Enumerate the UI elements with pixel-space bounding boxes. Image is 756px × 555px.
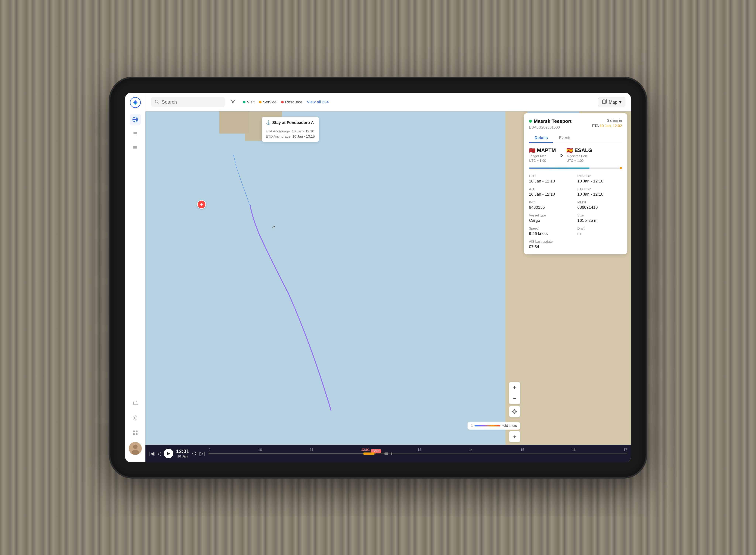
detail-size-label: Size	[577, 214, 622, 217]
detail-speed-value: 9.26 knots	[529, 231, 574, 236]
detail-mmsi: MMSI 636091410	[577, 200, 622, 210]
detail-size: Size 161 x 25 m	[577, 214, 622, 223]
tooltip-etd-label: ETD Anchorage	[266, 134, 290, 138]
route-arrow-icon: »	[560, 152, 563, 159]
tooltip-eta-label: ETA Anchorage	[266, 129, 290, 133]
map-view-button[interactable]: Map ▾	[598, 97, 625, 107]
tooltip-row-etd: ETD Anchorage 10 Jan - 13:15	[266, 134, 315, 138]
detail-rta-pbp: RTA PBP 10 Jan - 12:10	[577, 174, 622, 183]
map-settings-button[interactable]	[509, 406, 520, 417]
legend-resource: Resource	[281, 100, 302, 104]
map-expand-button[interactable]: +	[509, 431, 520, 442]
sidebar-item-layers[interactable]	[130, 128, 141, 139]
timeline-progress[interactable]: 12:01	[208, 453, 627, 454]
vessel-status-badge: Sailing in	[607, 118, 622, 123]
detail-ais-label: AIS Last update	[529, 240, 574, 244]
vessel-id: ESALG202301500	[529, 125, 572, 129]
tooltip-title-text: Stay at Fondeadero A	[272, 120, 314, 125]
timeline-event-1	[364, 453, 375, 455]
anchor-icon: ⚓	[266, 120, 271, 125]
detail-draft-label: Draft	[577, 227, 622, 230]
detail-atd: ATD 10 Jan - 12:10	[529, 187, 574, 197]
timeline-bar: |◀ ◁ ▶ 12:01 10 Jan ⏱ ▷| 9 10 11 12:	[145, 445, 631, 462]
detail-draft: Draft m	[577, 227, 622, 236]
timeline-controls: |◀ ◁ ▶ 12:01 10 Jan ⏱ ▷|	[149, 448, 205, 458]
view-all-link[interactable]: View all 234	[307, 100, 329, 104]
zoom-out-button[interactable]: −	[509, 393, 520, 404]
sidebar	[125, 93, 145, 462]
sidebar-item-settings[interactable]	[130, 413, 141, 424]
detail-mmsi-value: 636091410	[577, 205, 622, 210]
legend-service-label: Service	[263, 100, 277, 104]
filter-icon[interactable]	[230, 99, 236, 105]
map-chevron-icon: ▾	[619, 99, 621, 105]
eta-label: ETA	[592, 124, 599, 128]
map-area[interactable]: ⚓ Stay at Fondeadero A ETA Anchorage 10 …	[145, 111, 631, 445]
vessel-eta-info: ETA 10 Jan, 12:02	[592, 124, 622, 128]
step-back-icon[interactable]: ◁	[157, 451, 161, 457]
svg-rect-7	[134, 135, 137, 135]
tab-events[interactable]: Events	[553, 133, 577, 143]
legend-service: Service	[259, 100, 277, 104]
sidebar-item-list[interactable]	[130, 142, 141, 153]
hour-12: 12:01	[361, 448, 370, 452]
hour-15: 15	[520, 448, 524, 452]
detail-eta-pbp-value: 10 Jan - 12:10	[577, 192, 622, 197]
current-time: 12:01	[176, 448, 189, 455]
clock-icon[interactable]: ⏱	[192, 451, 197, 457]
detail-imo-label: IMO	[529, 200, 574, 204]
route-section: 🇲🇦 MAPTM Tanger Med UTC + 1:00 » 🇪🇸 ESAL…	[529, 147, 622, 163]
play-button[interactable]: ▶	[164, 449, 173, 458]
search-container[interactable]	[151, 97, 225, 107]
hour-9: 9	[208, 448, 210, 452]
time-display: 12:01 10 Jan	[176, 448, 189, 458]
zoom-in-button[interactable]: +	[509, 382, 520, 393]
hour-13: 13	[418, 448, 421, 452]
route-progress-fill	[529, 168, 589, 169]
route-progress-bg	[529, 168, 622, 169]
search-input[interactable]	[162, 99, 221, 105]
detail-rta-pbp-value: 10 Jan - 12:10	[577, 179, 622, 183]
eta-value: 10 Jan, 12:02	[600, 124, 622, 128]
detail-ais-value: 07:34	[529, 244, 574, 249]
timeline-track[interactable]: 9 10 11 12:01 13 14 15 16 17 12:01	[208, 448, 627, 459]
tablet-screen: Visit Service Resource View all 234	[125, 93, 631, 462]
destination-port: 🇪🇸 ESALG Algeciras Port UTC + 1:00	[566, 147, 592, 163]
hour-10: 10	[258, 448, 262, 452]
origin-name: Tanger Med	[529, 154, 556, 158]
app-logo[interactable]	[129, 97, 141, 109]
destination-code: 🇪🇸 ESALG	[566, 147, 592, 154]
origin-code-text: MAPTM	[537, 147, 556, 153]
map-controls: + −	[509, 382, 520, 404]
main-content: Visit Service Resource View all 234	[145, 93, 631, 462]
tablet-device: Visit Service Resource View all 234	[110, 78, 646, 477]
vessel-marker[interactable]	[197, 200, 206, 209]
sidebar-item-notifications[interactable]	[130, 398, 141, 409]
panel-tabs: Details Events	[529, 133, 622, 143]
current-date: 10 Jan	[176, 455, 189, 459]
destination-tz: UTC + 1:00	[566, 159, 592, 163]
svg-point-11	[134, 417, 136, 419]
detail-size-value: 161 x 25 m	[577, 218, 622, 223]
sidebar-item-globe[interactable]	[130, 114, 141, 125]
user-avatar[interactable]	[129, 442, 142, 455]
detail-eta-pbp: ETA PBP 10 Jan - 12:10	[577, 187, 622, 197]
skip-forward-icon[interactable]: ▷|	[199, 451, 205, 457]
detail-type-label: Vessel type	[529, 214, 574, 217]
legend-visit-label: Visit	[247, 100, 254, 104]
svg-rect-5	[134, 132, 137, 133]
destination-name: Algeciras Port	[566, 154, 592, 158]
sea-area	[145, 111, 505, 445]
legend: Visit Service Resource View all 234	[243, 100, 329, 104]
land-block-2	[219, 111, 249, 133]
svg-marker-21	[603, 99, 607, 104]
svg-line-20	[158, 102, 159, 103]
sidebar-item-apps[interactable]	[130, 427, 141, 438]
speed-min-label: 1	[471, 424, 473, 428]
map-tooltip: ⚓ Stay at Fondeadero A ETA Anchorage 10 …	[262, 117, 319, 142]
svg-point-17	[133, 444, 138, 449]
skip-back-icon[interactable]: |◀	[149, 451, 154, 457]
svg-rect-12	[133, 430, 135, 432]
tab-details[interactable]: Details	[529, 133, 553, 143]
speed-gradient-bar	[475, 425, 501, 426]
